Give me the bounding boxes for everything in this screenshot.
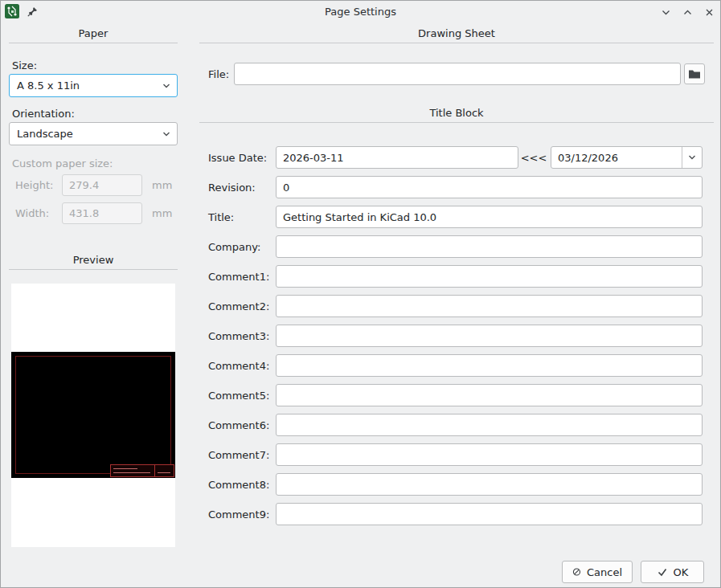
paper-section-header: Paper — [9, 27, 178, 43]
preview-title-block — [110, 464, 174, 477]
cancel-button-label: Cancel — [587, 566, 622, 578]
chevron-down-icon — [162, 80, 171, 92]
close-icon[interactable] — [703, 6, 715, 18]
custom-width-row: Width: mm — [15, 202, 172, 224]
width-input — [62, 202, 142, 224]
company-label: Company: — [208, 241, 276, 253]
comment7-label: Comment7: — [208, 449, 276, 461]
page-settings-dialog: Page Settings Paper Size: A 8.5 x 11in O… — [0, 0, 721, 588]
paper-preview — [11, 284, 175, 547]
orientation-select[interactable]: Landscape — [9, 122, 178, 145]
drawing-sheet-section-header: Drawing Sheet — [199, 27, 714, 43]
comment9-input[interactable] — [276, 503, 703, 525]
file-label: File: — [208, 68, 229, 80]
comment4-row: Comment4: — [208, 354, 703, 377]
minimize-button[interactable] — [659, 6, 672, 18]
orientation-label: Orientation: — [12, 108, 75, 120]
date-picker-value: 03/12/2026 — [551, 152, 682, 164]
comment2-input[interactable] — [276, 295, 703, 317]
size-label: Size: — [12, 59, 37, 71]
maximize-button[interactable] — [681, 6, 694, 18]
ok-button-label: OK — [674, 566, 689, 578]
company-row: Company: — [208, 235, 703, 258]
comment3-row: Comment3: — [208, 325, 703, 347]
preview-page — [11, 352, 175, 478]
height-label: Height: — [15, 179, 62, 191]
width-unit-label: mm — [152, 207, 172, 219]
revision-input[interactable] — [276, 176, 703, 198]
comment9-row: Comment9: — [208, 503, 703, 525]
preview-section-header: Preview — [9, 254, 178, 270]
date-picker-dropdown-button[interactable] — [682, 147, 702, 168]
title-label: Title: — [208, 211, 276, 223]
comment5-label: Comment5: — [208, 390, 276, 402]
dialog-footer: Cancel OK — [562, 561, 704, 583]
custom-height-row: Height: mm — [15, 174, 172, 196]
size-select-value: A 8.5 x 11in — [17, 80, 162, 92]
size-select[interactable]: A 8.5 x 11in — [9, 74, 178, 97]
title-row: Title: — [208, 206, 703, 228]
comment7-input[interactable] — [276, 443, 703, 466]
company-input[interactable] — [276, 235, 703, 258]
window-title: Page Settings — [1, 6, 720, 18]
comment9-label: Comment9: — [208, 508, 276, 521]
comment8-label: Comment8: — [208, 479, 276, 491]
comment1-input[interactable] — [276, 265, 703, 288]
comment1-label: Comment1: — [208, 271, 276, 283]
chevron-down-icon — [687, 154, 697, 161]
folder-icon — [688, 69, 701, 80]
date-picker[interactable]: 03/12/2026 — [551, 146, 703, 169]
custom-paper-size-label: Custom paper size: — [12, 157, 113, 169]
revision-label: Revision: — [208, 182, 276, 194]
comment7-row: Comment7: — [208, 443, 703, 466]
height-input — [62, 174, 142, 196]
comment6-label: Comment6: — [208, 419, 276, 431]
ok-button[interactable]: OK — [641, 561, 704, 583]
revision-row: Revision: — [208, 176, 703, 198]
copy-date-button[interactable]: <<< — [522, 147, 546, 168]
comment5-input[interactable] — [276, 384, 703, 406]
titlebar: Page Settings — [1, 1, 720, 23]
comment4-input[interactable] — [276, 354, 703, 377]
chevron-down-icon — [162, 128, 171, 140]
cancel-icon — [572, 566, 581, 578]
comment8-row: Comment8: — [208, 473, 703, 496]
comment1-row: Comment1: — [208, 265, 703, 288]
cancel-button[interactable]: Cancel — [562, 561, 633, 583]
comment2-label: Comment2: — [208, 300, 276, 312]
comment3-input[interactable] — [276, 325, 703, 347]
comment4-label: Comment4: — [208, 360, 276, 372]
check-icon — [657, 566, 668, 578]
height-unit-label: mm — [152, 179, 172, 191]
comment3-label: Comment3: — [208, 330, 276, 342]
issue-date-label: Issue Date: — [208, 152, 276, 164]
title-block-form: Issue Date: <<< 03/12/2026 Revision: Tit… — [208, 146, 703, 533]
comment8-input[interactable] — [276, 473, 703, 496]
browse-file-button[interactable] — [684, 63, 705, 84]
comment6-input[interactable] — [276, 414, 703, 436]
width-label: Width: — [15, 207, 62, 219]
comment5-row: Comment5: — [208, 384, 703, 406]
comment6-row: Comment6: — [208, 414, 703, 436]
orientation-select-value: Landscape — [17, 128, 162, 140]
file-input[interactable] — [234, 63, 681, 85]
title-block-section-header: Title Block — [199, 107, 714, 123]
preview-sheet-frame — [15, 356, 171, 474]
title-input[interactable] — [276, 206, 703, 228]
issue-date-row: Issue Date: <<< 03/12/2026 — [208, 146, 703, 169]
issue-date-input[interactable] — [276, 146, 518, 169]
comment2-row: Comment2: — [208, 295, 703, 317]
drawing-sheet-file-row: File: — [208, 63, 705, 85]
